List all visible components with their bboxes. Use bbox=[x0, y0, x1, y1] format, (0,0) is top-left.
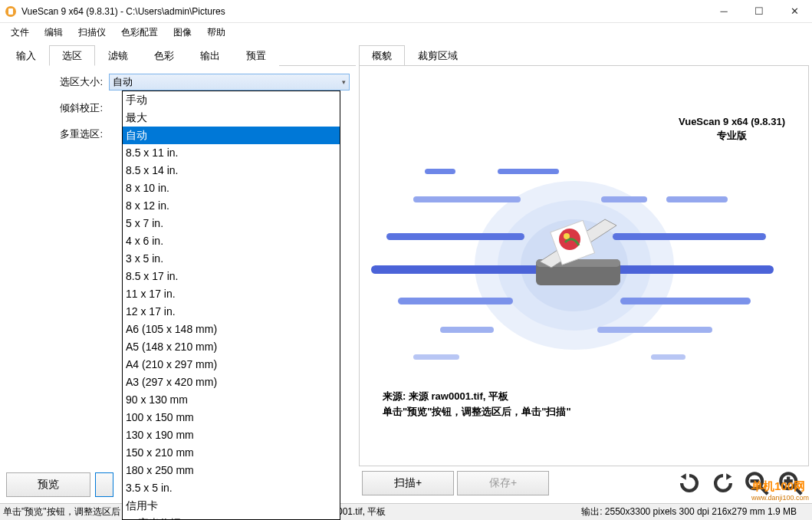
svg-rect-17 bbox=[413, 354, 459, 360]
dropdown-item[interactable]: 5 x 7 in. bbox=[123, 215, 340, 232]
preview-button[interactable]: 预览 bbox=[6, 472, 90, 497]
dropdown-item[interactable]: A4 (210 x 297 mm) bbox=[123, 356, 340, 374]
dropdown-item[interactable]: 90 x 130 mm bbox=[123, 391, 340, 409]
minimize-button[interactable]: ─ bbox=[706, 0, 741, 22]
dropdown-item[interactable]: A5 (148 x 210 mm) bbox=[123, 338, 340, 356]
dropdown-item[interactable]: 信用卡 bbox=[123, 497, 340, 515]
left-tabs: 输入 选区 滤镜 色彩 输出 预置 bbox=[3, 44, 356, 66]
info-source-value: 来源 raw0001.tif, 平板 bbox=[409, 390, 508, 402]
dropdown-item[interactable]: 3 x 5 in. bbox=[123, 250, 340, 268]
undo-button[interactable] bbox=[674, 468, 705, 499]
save-button[interactable]: 保存+ bbox=[457, 471, 549, 495]
menu-edit[interactable]: 编辑 bbox=[38, 25, 69, 41]
label-multi-crop: 多重选区: bbox=[9, 127, 109, 141]
dropdown-item[interactable]: A3 (297 x 420 mm) bbox=[123, 374, 340, 391]
svg-point-23 bbox=[564, 233, 570, 239]
tab-crop[interactable]: 选区 bbox=[49, 45, 95, 66]
tab-color[interactable]: 色彩 bbox=[141, 45, 187, 66]
dropdown-item[interactable]: 57毫米收据 bbox=[123, 515, 340, 520]
tab-preset[interactable]: 预置 bbox=[233, 45, 279, 66]
status-mid: 001.tif, 平板 bbox=[307, 505, 581, 518]
menu-scanner[interactable]: 扫描仪 bbox=[72, 25, 112, 41]
dropdown-item[interactable]: A6 (105 x 148 mm) bbox=[123, 321, 340, 338]
svg-rect-9 bbox=[666, 196, 728, 202]
brand-title: VueScan 9 x64 (9.8.31) bbox=[679, 116, 785, 127]
right-panel: 概貌 裁剪区域 VueScan 9 x64 (9.8.31) 专业版 bbox=[359, 44, 809, 500]
svg-rect-7 bbox=[413, 196, 521, 202]
dropdown-item[interactable]: 100 x 150 mm bbox=[123, 409, 340, 426]
dropdown-item[interactable]: 4 x 6 in. bbox=[123, 232, 340, 250]
brand-edition: 专业版 bbox=[679, 129, 785, 143]
dropdown-item[interactable]: 3.5 x 5 in. bbox=[123, 479, 340, 497]
dropdown-item[interactable]: 最大 bbox=[123, 109, 340, 127]
tab-overview[interactable]: 概貌 bbox=[359, 45, 405, 66]
label-crop-size: 选区大小: bbox=[9, 75, 109, 89]
decorative-waves bbox=[360, 166, 785, 365]
svg-rect-13 bbox=[398, 298, 513, 304]
svg-rect-11 bbox=[613, 233, 766, 240]
crop-size-dropdown[interactable]: 手动最大自动8.5 x 11 in.8.5 x 14 in.8 x 10 in.… bbox=[122, 91, 340, 520]
dropdown-item[interactable]: 8 x 12 in. bbox=[123, 197, 340, 215]
redo-button[interactable] bbox=[708, 468, 738, 499]
svg-rect-14 bbox=[620, 298, 751, 304]
info-source-label: 来源: bbox=[383, 390, 409, 402]
svg-rect-18 bbox=[651, 354, 685, 360]
dropdown-item[interactable]: 8.5 x 17 in. bbox=[123, 268, 340, 285]
tab-input[interactable]: 输入 bbox=[3, 45, 49, 66]
dropdown-item[interactable]: 8 x 10 in. bbox=[123, 179, 340, 197]
watermark-sub: www.danji100.com bbox=[751, 494, 809, 502]
dropdown-item[interactable]: 8.5 x 14 in. bbox=[123, 162, 340, 179]
dropdown-item[interactable]: 11 x 17 in. bbox=[123, 285, 340, 303]
menu-image[interactable]: 图像 bbox=[167, 25, 198, 41]
tab-output[interactable]: 输出 bbox=[187, 45, 233, 66]
menu-color-profile[interactable]: 色彩配置 bbox=[115, 25, 164, 41]
svg-rect-15 bbox=[440, 327, 494, 333]
menubar: 文件 编辑 扫描仪 色彩配置 图像 帮助 bbox=[0, 23, 812, 41]
dropdown-item[interactable]: 自动 bbox=[123, 127, 340, 144]
scan-button[interactable]: 扫描+ bbox=[362, 471, 454, 495]
watermark: 单机100网 www.danji100.com bbox=[751, 479, 809, 502]
close-button[interactable]: ✕ bbox=[777, 0, 812, 22]
chevron-down-icon: ▾ bbox=[342, 78, 346, 86]
dropdown-item[interactable]: 150 x 210 mm bbox=[123, 444, 340, 462]
tab-filter[interactable]: 滤镜 bbox=[95, 45, 141, 66]
window-title: VueScan 9 x64 (9.8.31) - C:\Users\admin\… bbox=[21, 6, 706, 17]
brand-box: VueScan 9 x64 (9.8.31) 专业版 bbox=[679, 116, 785, 144]
label-skew: 倾斜校正: bbox=[9, 101, 109, 115]
svg-rect-8 bbox=[601, 196, 647, 202]
select-crop-size[interactable]: 自动 ▾ bbox=[109, 74, 350, 91]
select-crop-size-value: 自动 bbox=[113, 75, 133, 89]
menu-file[interactable]: 文件 bbox=[5, 25, 35, 41]
dropdown-item[interactable]: 12 x 17 in. bbox=[123, 303, 340, 321]
content: 输入 选区 滤镜 色彩 输出 预置 选区大小: 自动 ▾ 倾斜校正: 多重选区:… bbox=[0, 41, 812, 503]
right-tabs: 概貌 裁剪区域 bbox=[359, 44, 809, 66]
right-button-row: 扫描+ 保存+ bbox=[359, 466, 809, 500]
svg-rect-5 bbox=[425, 169, 455, 174]
menu-help[interactable]: 帮助 bbox=[201, 25, 232, 41]
svg-rect-6 bbox=[498, 169, 559, 174]
app-icon bbox=[5, 5, 17, 18]
left-panel: 输入 选区 滤镜 色彩 输出 预置 选区大小: 自动 ▾ 倾斜校正: 多重选区:… bbox=[3, 44, 356, 500]
dropdown-item[interactable]: 180 x 250 mm bbox=[123, 462, 340, 479]
form-area: 选区大小: 自动 ▾ 倾斜校正: 多重选区: 手动最大自动8.5 x 11 in… bbox=[3, 66, 356, 160]
info-hint: 单击"预览"按钮，调整选区后，单击"扫描" bbox=[383, 404, 571, 420]
maximize-button[interactable]: ☐ bbox=[741, 0, 777, 22]
dropdown-item[interactable]: 130 x 190 mm bbox=[123, 426, 340, 444]
preview-panel: VueScan 9 x64 (9.8.31) 专业版 bbox=[359, 65, 809, 466]
info-text: 来源: 来源 raw0001.tif, 平板 单击"预览"按钮，调整选区后，单击… bbox=[383, 389, 571, 420]
dropdown-item[interactable]: 8.5 x 11 in. bbox=[123, 144, 340, 162]
preview-split-button[interactable] bbox=[95, 472, 113, 497]
svg-rect-16 bbox=[597, 327, 712, 333]
svg-rect-1 bbox=[8, 8, 13, 15]
dropdown-item[interactable]: 手动 bbox=[123, 91, 340, 109]
row-crop-size: 选区大小: 自动 ▾ bbox=[9, 74, 350, 91]
watermark-main: 单机100网 bbox=[751, 479, 809, 494]
window-controls: ─ ☐ ✕ bbox=[706, 0, 812, 22]
tab-crop-area[interactable]: 裁剪区域 bbox=[405, 45, 471, 66]
titlebar: VueScan 9 x64 (9.8.31) - C:\Users\admin\… bbox=[0, 0, 812, 23]
status-right: 输出: 2550x3300 pixels 300 dpi 216x279 mm … bbox=[581, 505, 812, 518]
svg-rect-10 bbox=[386, 233, 524, 240]
